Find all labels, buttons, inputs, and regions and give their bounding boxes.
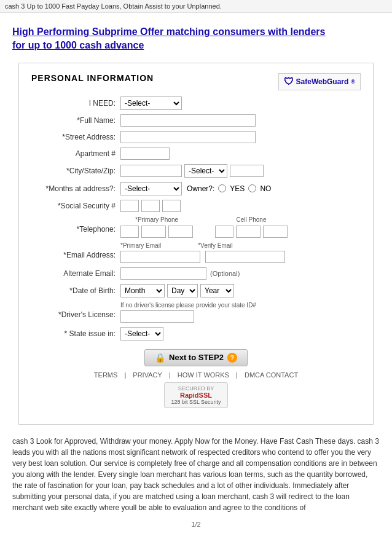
citystate-label: *City/State/Zip: xyxy=(31,167,120,175)
state-select[interactable]: -Select- xyxy=(184,164,227,178)
telephone-label: *Telephone: xyxy=(31,216,120,234)
ssn-row: *Social Security # xyxy=(31,200,361,212)
help-icon: ? xyxy=(227,353,237,363)
primary-last-input[interactable] xyxy=(168,226,193,238)
apt-row: Apartment # xyxy=(31,148,361,160)
cell-last-input[interactable] xyxy=(263,226,288,238)
citystate-inputs: -Select- xyxy=(120,164,264,178)
verify-email-label: *Verify Email xyxy=(198,242,233,249)
alt-email-input[interactable] xyxy=(120,267,206,280)
street-label: *Street Address: xyxy=(31,133,120,141)
owner-section: Owner?: YES NO xyxy=(182,184,271,193)
owner-no-label: NO xyxy=(260,184,271,193)
full-name-label: *Full Name: xyxy=(31,116,120,125)
next-button-label: Next to STEP2 xyxy=(169,353,224,362)
primary-phone-group: *Primary Phone xyxy=(120,216,193,238)
primary-email-label: *Primary Email xyxy=(120,242,161,249)
safeguard-label: SafeWebGuard xyxy=(296,77,349,86)
alt-email-label: Alternate Email: xyxy=(31,269,120,278)
dob-row: *Date of Birth: Month Day Year xyxy=(31,284,361,297)
sep1: | xyxy=(124,371,126,379)
optional-label: (Optional) xyxy=(210,270,240,277)
ssl-secured-by: SECURED BY xyxy=(171,385,221,392)
lock-icon: 🔒 xyxy=(155,353,165,363)
ssn-input2[interactable] xyxy=(141,200,160,212)
street-row: *Street Address: xyxy=(31,131,361,143)
telephone-row: *Telephone: *Primary Phone Cell Phone xyxy=(31,216,361,238)
sep3: | xyxy=(236,371,238,379)
alt-email-row: Alternate Email: (Optional) xyxy=(31,267,361,280)
ssl-brand: RapidSSL xyxy=(180,392,212,399)
state-issue-row: * State issue in: -Select- xyxy=(31,327,361,340)
email-label: *Email Address: xyxy=(31,242,120,259)
ssn-label: *Social Security # xyxy=(31,202,120,210)
dob-year-select[interactable]: Year xyxy=(200,284,234,297)
state-issue-select[interactable]: -Select- xyxy=(120,327,163,340)
dob-inputs: Month Day Year xyxy=(120,284,234,297)
how-link[interactable]: HOW IT WORKS xyxy=(178,371,229,379)
state-issue-label: * State issue in: xyxy=(31,329,120,338)
dob-day-select[interactable]: Day xyxy=(167,284,198,297)
apt-input[interactable] xyxy=(120,148,170,160)
page-number: 1/2 xyxy=(12,521,380,528)
terms-link[interactable]: TERMS xyxy=(94,371,118,379)
months-row: *Months at address?: -Select- Owner?: YE… xyxy=(31,182,361,195)
cell-phone-group: Cell Phone xyxy=(215,216,288,238)
top-bar: cash 3 Up to 1000 Fast Payday Loans, Obt… xyxy=(0,0,392,13)
body-text: cash 3 Look for Approved, Withdraw your … xyxy=(12,436,380,513)
primary-area-input[interactable] xyxy=(120,226,139,238)
cell-phone-label: Cell Phone xyxy=(215,216,288,223)
ssn-input1[interactable] xyxy=(120,200,139,212)
form-container: 🛡 SafeWebGuard ® PERSONAL INFORMATION I … xyxy=(18,63,374,425)
main-title: High Performing Subprime Offer matching … xyxy=(12,25,380,53)
owner-yes-label: YES xyxy=(230,184,245,193)
top-bar-text: cash 3 Up to 1000 Fast Payday Loans, Obt… xyxy=(5,2,222,10)
cell-mid-input[interactable] xyxy=(236,226,261,238)
months-label: *Months at address?: xyxy=(31,184,120,193)
apt-label: Apartment # xyxy=(31,149,120,158)
privacy-link[interactable]: PRIVACY xyxy=(133,371,162,379)
shield-icon: 🛡 xyxy=(284,76,294,87)
ssl-badge: SECURED BY RapidSSL 128 bit SSL Security xyxy=(31,382,361,408)
footer-links: TERMS | PRIVACY | HOW IT WORKS | DMCA CO… xyxy=(31,371,361,379)
primary-email-input[interactable] xyxy=(120,251,200,263)
full-name-input[interactable] xyxy=(120,114,256,127)
ssl-badge-inner: SECURED BY RapidSSL 128 bit SSL Security xyxy=(164,382,227,408)
drivers-row: *Driver's License: If no driver's licens… xyxy=(31,302,361,323)
owner-label: Owner?: xyxy=(187,184,214,193)
sep2: | xyxy=(169,371,171,379)
body-paragraph: cash 3 Look for Approved, Withdraw your … xyxy=(12,436,380,513)
next-btn-area: 🔒 Next to STEP2 ? xyxy=(31,349,361,366)
i-need-row: I NEED: -Select- xyxy=(31,96,361,110)
primary-phone-label: *Primary Phone xyxy=(120,216,193,223)
primary-mid-input[interactable] xyxy=(141,226,166,238)
cell-phone-inputs xyxy=(215,226,288,238)
full-name-row: *Full Name: xyxy=(31,114,361,127)
verify-email-input[interactable] xyxy=(205,251,285,263)
next-button[interactable]: 🔒 Next to STEP2 ? xyxy=(144,349,248,366)
drivers-note: If no driver's license please provide yo… xyxy=(120,302,256,309)
dmca-link[interactable]: DMCA CONTACT xyxy=(245,371,298,379)
citystate-row: *City/State/Zip: -Select- xyxy=(31,164,361,178)
i-need-label: I NEED: xyxy=(31,99,120,108)
owner-no-radio[interactable] xyxy=(248,184,256,192)
owner-yes-radio[interactable] xyxy=(218,184,226,192)
safeguard-logo: 🛡 SafeWebGuard ® xyxy=(278,73,361,90)
zip-input[interactable] xyxy=(230,165,264,177)
ssl-tagline: 128 bit SSL Security xyxy=(171,399,221,405)
drivers-input[interactable] xyxy=(120,310,194,323)
ssn-input3[interactable] xyxy=(162,200,181,212)
drivers-label: *Driver's License: xyxy=(31,302,120,319)
street-input[interactable] xyxy=(120,131,256,143)
content-area: High Performing Subprime Offer matching … xyxy=(0,13,392,534)
primary-phone-inputs xyxy=(120,226,193,238)
ssn-inputs xyxy=(120,200,181,212)
city-input[interactable] xyxy=(120,165,182,177)
email-row: *Email Address: *Primary Email *Verify E… xyxy=(31,242,361,263)
i-need-select[interactable]: -Select- xyxy=(120,96,182,110)
months-select[interactable]: -Select- xyxy=(120,182,182,195)
dob-label: *Date of Birth: xyxy=(31,286,120,295)
dob-month-select[interactable]: Month xyxy=(120,284,165,297)
cell-area-input[interactable] xyxy=(215,226,233,238)
